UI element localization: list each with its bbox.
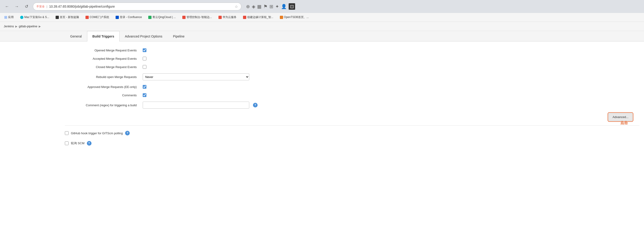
bookmarks-bar: ⊞ 应用 Mac下安装Go & S... 首页 - 新智超脑 COME门户系统 … <box>0 13 644 22</box>
rebuild-open-merge-requests-row: Rebuild open Merge Requests Never Always… <box>65 71 639 83</box>
approved-merge-requests-checkbox[interactable] <box>143 85 146 89</box>
config-tabs: General Build Triggers Advanced Project … <box>0 31 644 41</box>
security-icon: 不安全 <box>36 5 45 8</box>
bookmark-8[interactable]: 创建边缘计算组_智... <box>242 15 275 20</box>
breadcrumb-gitlab-pipeline[interactable]: gitlab-pipeline <box>19 24 37 28</box>
bookmark-3[interactable]: COME门户系统 <box>84 15 110 20</box>
comment-regex-help-icon[interactable]: ? <box>253 103 258 107</box>
rebuild-open-merge-requests-select[interactable]: Never Always On push <box>143 73 249 80</box>
github-hook-row: GitHub hook trigger for GITScm polling ? <box>65 128 639 138</box>
click-hint: 点击 <box>620 121 628 125</box>
breadcrumb: Jenkins ▶ gitlab-pipeline ▶ <box>0 22 644 31</box>
bookmark-apps[interactable]: ⊞ 应用 <box>3 14 15 20</box>
breadcrumb-separator-1: ▶ <box>15 25 17 28</box>
opened-merge-request-row: Opened Merge Request Events <box>65 46 639 54</box>
bookmark-4[interactable]: 登录 - Confluence <box>114 15 143 20</box>
separator: | <box>46 5 47 8</box>
bookmark-6[interactable]: 管理控制台-智能边... <box>181 15 213 20</box>
bookmark-favicon-8 <box>243 16 246 19</box>
back-button[interactable]: ← <box>3 2 11 11</box>
bookmark-label-9: OpenTSDB首页、... <box>284 15 309 19</box>
comment-regex-row: Comment (regex) for triggering a build J… <box>65 99 639 111</box>
bookmark-favicon-2 <box>56 16 59 19</box>
comments-row: Comments <box>65 91 639 99</box>
nav-buttons: ← → ↺ <box>3 2 30 11</box>
bookmark-label-8: 创建边缘计算组_智... <box>247 15 273 19</box>
comment-regex-label: Comment (regex) for triggering a build <box>65 103 139 107</box>
bookmark-favicon-3 <box>86 16 89 19</box>
address-bar[interactable]: 不安全 | 10.39.47.65:8080/job/gitlab-pipeli… <box>33 2 242 10</box>
bookmark-apps-label: 应用 <box>8 15 14 19</box>
advanced-row: Advanced... 点击 <box>65 111 639 123</box>
closed-merge-request-row: Closed Merge Request Events <box>65 63 639 71</box>
closed-merge-request-checkbox[interactable] <box>143 65 146 69</box>
accepted-merge-request-checkbox[interactable] <box>143 57 146 60</box>
poll-scm-checkbox[interactable] <box>65 141 68 145</box>
extension-icon-8[interactable]: ⊡ <box>289 3 295 10</box>
tab-general[interactable]: General <box>65 31 87 41</box>
bookmark-9[interactable]: OpenTSDB首页、... <box>278 15 310 20</box>
breadcrumb-separator-2: ▶ <box>39 25 41 28</box>
main-content: General Build Triggers Advanced Project … <box>0 31 644 244</box>
bookmark-favicon-6 <box>182 16 186 19</box>
extension-icon-4[interactable]: ⚑ <box>264 4 268 9</box>
bookmark-label-1: Mac下安装Go & S... <box>24 15 49 19</box>
tab-advanced-project-options[interactable]: Advanced Project Options <box>120 31 168 41</box>
github-hook-checkbox[interactable] <box>65 131 68 135</box>
approved-merge-requests-label: Approved Merge Requests (EE-only) <box>65 85 139 89</box>
bookmark-label-4: 登录 - Confluence <box>120 15 142 19</box>
bookmark-favicon-7 <box>218 16 222 19</box>
bookmark-label-6: 管理控制台-智能边... <box>186 15 212 19</box>
bookmark-2[interactable]: 首页 - 新智超脑 <box>54 15 80 20</box>
accepted-merge-request-row: Accepted Merge Request Events <box>65 54 639 63</box>
bookmark-1[interactable]: Mac下安装Go & S... <box>19 15 50 20</box>
extension-icon-5[interactable]: ⊞ <box>270 4 273 9</box>
forward-button[interactable]: → <box>12 2 21 11</box>
github-hook-help-icon[interactable]: ? <box>125 131 130 135</box>
comments-label: Comments <box>65 93 139 97</box>
bookmark-label-2: 首页 - 新智超脑 <box>60 15 79 19</box>
form-content: Opened Merge Request Events Accepted Mer… <box>0 41 644 153</box>
tab-pipeline[interactable]: Pipeline <box>168 31 190 41</box>
approved-merge-requests-row: Approved Merge Requests (EE-only) <box>65 83 639 91</box>
bookmark-favicon-9 <box>280 16 283 19</box>
opened-merge-request-checkbox[interactable] <box>143 48 146 52</box>
apps-icon: ⊞ <box>4 15 7 19</box>
browser-toolbar: ← → ↺ 不安全 | 10.39.47.65:8080/job/gitlab-… <box>0 0 644 13</box>
extension-icon-7[interactable]: 👤 <box>281 4 287 9</box>
bookmark-favicon-5 <box>148 16 152 19</box>
extension-icon-3[interactable]: ▦ <box>257 4 262 9</box>
github-hook-label: GitHub hook trigger for GITScm polling <box>71 132 123 135</box>
comment-regex-input[interactable]: Jenkins please retry a build <box>143 102 249 109</box>
divider <box>65 125 639 126</box>
bookmark-label-3: COME门户系统 <box>90 15 109 19</box>
closed-merge-request-label: Closed Merge Request Events <box>65 65 139 69</box>
url-text: 10.39.47.65:8080/job/gitlab-pipeline/con… <box>49 5 233 8</box>
bookmark-label-7: 华为云服务 <box>222 15 236 19</box>
extension-icon-6[interactable]: ✦ <box>275 4 279 9</box>
bookmark-favicon-1 <box>20 16 24 19</box>
rebuild-open-merge-requests-label: Rebuild open Merge Requests <box>65 75 139 79</box>
bookmark-label-5: 青云QingCloud | ... <box>152 15 176 19</box>
poll-scm-label: 轮询 SCM <box>71 141 84 145</box>
browser-action-icons: ⊕ ◈ ▦ ⚑ ⊞ ✦ 👤 ⊡ <box>246 3 295 10</box>
bookmark-5[interactable]: 青云QingCloud | ... <box>147 15 177 20</box>
opened-merge-request-label: Opened Merge Request Events <box>65 49 139 52</box>
extension-icon-1[interactable]: ⊕ <box>246 4 250 9</box>
poll-scm-row: 轮询 SCM ? <box>65 138 639 148</box>
comments-checkbox[interactable] <box>143 93 146 97</box>
bookmark-favicon-4 <box>116 16 119 19</box>
bookmark-7[interactable]: 华为云服务 <box>217 15 238 20</box>
star-icon[interactable]: ☆ <box>235 4 238 9</box>
extension-icon-2[interactable]: ◈ <box>252 4 255 9</box>
tab-build-triggers[interactable]: Build Triggers <box>87 31 120 41</box>
breadcrumb-jenkins[interactable]: Jenkins <box>4 24 14 28</box>
accepted-merge-request-label: Accepted Merge Request Events <box>65 57 139 60</box>
advanced-button[interactable]: Advanced... <box>608 113 632 121</box>
reload-button[interactable]: ↺ <box>22 2 30 11</box>
poll-scm-help-icon[interactable]: ? <box>87 141 92 146</box>
